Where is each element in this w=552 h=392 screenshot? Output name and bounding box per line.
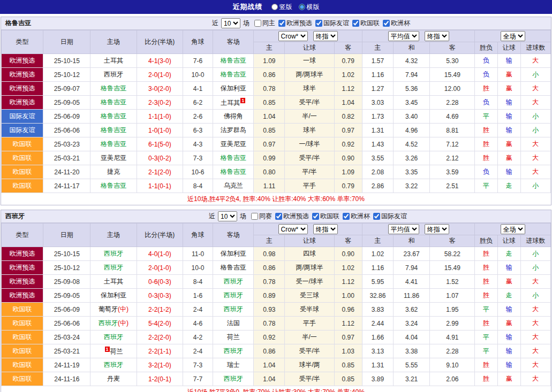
- section-summary: 近10场,胜7平3负0, 胜率:70% 让胜率:30% 大率:70% 单率:40…: [1, 386, 551, 392]
- team-name[interactable]: 格鲁吉亚: [221, 264, 246, 271]
- team-name[interactable]: 保加利亚: [221, 250, 246, 257]
- odds1-source-select[interactable]: Crow*: [278, 224, 308, 234]
- filter-checkbox-input[interactable]: [312, 213, 319, 220]
- match-score[interactable]: 2-1(2-0): [137, 165, 183, 179]
- team-name[interactable]: 土耳其: [104, 278, 123, 285]
- filter-checkbox[interactable]: 国际友谊: [373, 212, 407, 221]
- match-score[interactable]: 6-1(5-0): [137, 137, 183, 151]
- odds2-source-select[interactable]: 平均值: [388, 224, 419, 234]
- filter-checkbox-input[interactable]: [275, 213, 282, 220]
- team-name[interactable]: 格鲁吉亚: [101, 98, 126, 106]
- match-row: 欧国联25-03-24西班牙2-2(2-0)4-2荷兰0.92半/一0.971.…: [2, 330, 551, 344]
- odds2-stage-select[interactable]: 终指: [425, 224, 449, 234]
- match-score[interactable]: 0-3(0-2): [137, 151, 183, 165]
- team-name[interactable]: 佛得角: [224, 112, 243, 120]
- match-score[interactable]: 2-2(1-1): [137, 344, 183, 358]
- team-name[interactable]: 格鲁吉亚: [101, 140, 126, 148]
- team-name[interactable]: 格鲁吉亚: [101, 182, 126, 189]
- match-score[interactable]: 5-4(2-0): [137, 317, 183, 330]
- odds2-stage-select[interactable]: 终指: [425, 31, 449, 41]
- match-score[interactable]: 1-1(0-1): [137, 179, 183, 193]
- team-name[interactable]: 格鲁吉亚: [101, 84, 126, 92]
- match-score[interactable]: 4-1(3-0): [137, 54, 183, 68]
- match-score[interactable]: 4-0(1-0): [137, 247, 183, 261]
- filter-checkbox[interactable]: 欧洲杯: [343, 212, 370, 221]
- team-name[interactable]: 土耳其: [221, 99, 240, 106]
- recent-count-select[interactable]: 10: [218, 211, 237, 221]
- match-score[interactable]: 2-0(1-0): [137, 68, 183, 82]
- layout-radio-option[interactable]: 横版: [299, 3, 320, 12]
- team-name[interactable]: 西班牙: [224, 375, 243, 382]
- team-name[interactable]: 格鲁吉亚: [101, 112, 126, 120]
- match-score[interactable]: 0-6(0-3): [137, 275, 183, 289]
- team-name[interactable]: 亚美尼亚: [221, 140, 246, 148]
- match-score[interactable]: 3-2(1-0): [137, 358, 183, 372]
- home-team-cell: 葡萄牙(中): [90, 303, 137, 317]
- filter-checkbox-input[interactable]: [278, 20, 285, 27]
- filter-checkbox-input[interactable]: [254, 20, 261, 27]
- team-name[interactable]: 格鲁吉亚: [221, 168, 246, 175]
- recent-count-select[interactable]: 10: [221, 18, 240, 28]
- match-score[interactable]: 0-3(0-3): [137, 289, 183, 303]
- filter-checkbox[interactable]: 同赛: [251, 212, 272, 221]
- team-name[interactable]: 丹麦: [107, 375, 120, 382]
- team-name[interactable]: 法罗群岛: [221, 126, 246, 134]
- filter-checkbox[interactable]: 欧洲预选: [275, 212, 309, 221]
- match-score[interactable]: 1-1(1-0): [137, 110, 183, 124]
- match-score[interactable]: 2-3(0-2): [137, 96, 183, 110]
- filter-checkbox-input[interactable]: [383, 20, 390, 27]
- team-name[interactable]: 西班牙: [224, 305, 243, 313]
- filter-checkbox[interactable]: 欧国联: [352, 19, 380, 28]
- odds1-stage-select[interactable]: 终指: [313, 31, 338, 41]
- scope-select[interactable]: 全场: [501, 31, 525, 41]
- team-name[interactable]: 捷克: [107, 168, 120, 175]
- odds1-source-select[interactable]: Crow*: [278, 31, 308, 41]
- filter-checkbox-input[interactable]: [352, 20, 359, 27]
- layout-radio-input[interactable]: [299, 4, 305, 10]
- match-score[interactable]: 1-2(0-1): [137, 372, 183, 386]
- team-name[interactable]: 西班牙: [104, 264, 123, 271]
- layout-radio-input[interactable]: [271, 4, 278, 10]
- team-name[interactable]: 保加利亚: [101, 291, 126, 299]
- team-name[interactable]: 葡萄牙: [99, 305, 118, 313]
- match-score[interactable]: 2-2(2-0): [137, 330, 183, 344]
- layout-radio-option[interactable]: 竖版: [271, 3, 292, 12]
- scope-select[interactable]: 全场: [501, 224, 525, 234]
- filter-checkbox[interactable]: 欧洲杯: [383, 19, 410, 28]
- team-name[interactable]: 荷兰: [227, 333, 240, 341]
- team-name[interactable]: 亚美尼亚: [101, 154, 126, 162]
- filter-checkbox[interactable]: 欧洲预选: [278, 19, 312, 28]
- team-name[interactable]: 瑞士: [227, 361, 240, 368]
- team-name[interactable]: 西班牙: [224, 278, 243, 285]
- team-name[interactable]: 西班牙: [224, 291, 243, 299]
- filter-checkbox-input[interactable]: [315, 20, 322, 27]
- team-name[interactable]: 格鲁吉亚: [221, 71, 246, 78]
- team-name[interactable]: 西班牙: [99, 319, 118, 327]
- match-score[interactable]: 1-0(1-0): [137, 124, 183, 137]
- team-name[interactable]: 格鲁吉亚: [101, 126, 126, 134]
- team-name[interactable]: 西班牙: [224, 347, 243, 355]
- team-name[interactable]: 荷兰: [110, 348, 123, 355]
- team-name[interactable]: 法国: [227, 319, 240, 327]
- team-name[interactable]: 保加利亚: [221, 84, 246, 92]
- team-name[interactable]: 西班牙: [104, 71, 123, 78]
- filter-checkbox-input[interactable]: [343, 213, 350, 220]
- filter-checkbox[interactable]: 同主: [254, 19, 275, 28]
- odds1-stage-select[interactable]: 终指: [313, 224, 338, 234]
- team-name[interactable]: 格鲁吉亚: [221, 154, 246, 162]
- filter-checkbox-input[interactable]: [251, 213, 258, 220]
- team-name[interactable]: 格鲁吉亚: [221, 57, 246, 64]
- filter-checkbox[interactable]: 欧国联: [312, 212, 339, 221]
- home-team-cell: 西班牙(中): [90, 317, 137, 330]
- match-score[interactable]: 2-0(1-0): [137, 261, 183, 275]
- team-name[interactable]: 乌克兰: [224, 182, 243, 189]
- odds2-source-select[interactable]: 平均值: [388, 31, 419, 41]
- team-name[interactable]: 西班牙: [104, 333, 123, 341]
- filter-checkbox[interactable]: 国际友谊: [315, 19, 349, 28]
- team-name[interactable]: 西班牙: [104, 250, 123, 257]
- team-name[interactable]: 土耳其: [104, 57, 123, 64]
- match-score[interactable]: 2-2(1-2): [137, 303, 183, 317]
- filter-checkbox-input[interactable]: [373, 213, 380, 220]
- team-name[interactable]: 西班牙: [104, 361, 123, 368]
- match-score[interactable]: 3-0(2-0): [137, 82, 183, 96]
